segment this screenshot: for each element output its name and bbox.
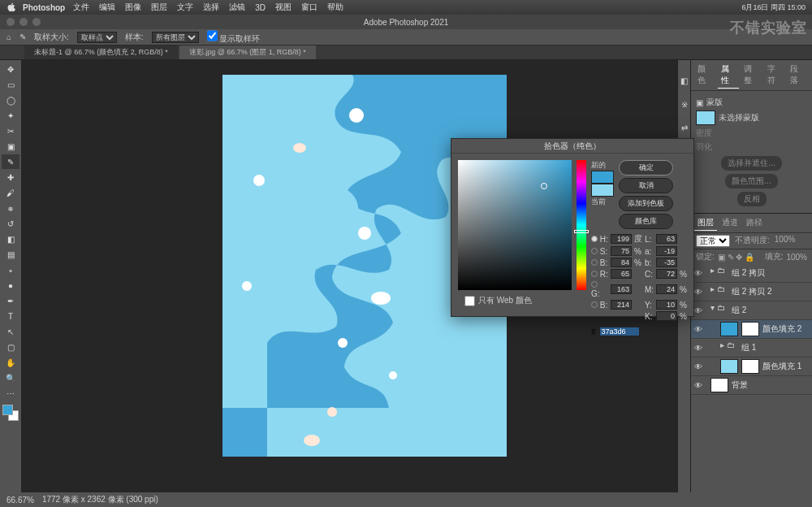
- h-input[interactable]: [611, 234, 632, 244]
- bb-input[interactable]: [611, 300, 632, 310]
- hex-input[interactable]: [599, 327, 640, 336]
- marquee-tool[interactable]: ▭: [2, 77, 19, 92]
- menu-file[interactable]: 文件: [73, 2, 89, 13]
- hue-slider[interactable]: [577, 160, 586, 290]
- wand-tool[interactable]: ✦: [2, 108, 19, 123]
- color-picker-dialog[interactable]: 拾色器（纯色） 只有 Web 颜色 新的 当前 确定 取消 添加到色板 颜色库: [451, 138, 694, 317]
- doc-tab-2[interactable]: 迷彩.jpg @ 66.7% (图层 1, RGB/8) *: [179, 46, 316, 59]
- invert-button[interactable]: 反相: [737, 192, 767, 206]
- stamp-tool[interactable]: ⎈: [2, 201, 19, 215]
- c-input[interactable]: [656, 269, 677, 279]
- tab-properties[interactable]: 属性: [718, 62, 740, 89]
- color-range-button[interactable]: 颜色范围...: [725, 174, 777, 188]
- fg-bg-colors[interactable]: [2, 405, 19, 421]
- menu-view[interactable]: 视图: [275, 2, 292, 13]
- menu-window[interactable]: 窗口: [301, 2, 317, 13]
- sample-size-select[interactable]: 取样点: [77, 32, 117, 43]
- layer-row[interactable]: 👁▸ 🗀组 2 拷贝: [691, 264, 812, 283]
- dodge-tool[interactable]: ●: [2, 278, 19, 292]
- opacity-value[interactable]: 100%: [775, 235, 796, 247]
- menu-help[interactable]: 帮助: [327, 2, 343, 13]
- menu-edit[interactable]: 编辑: [99, 2, 115, 13]
- k-input[interactable]: [656, 311, 677, 321]
- tab-channels[interactable]: 通道: [719, 215, 741, 231]
- visibility-icon[interactable]: 👁: [694, 344, 704, 353]
- blur-tool[interactable]: ∘: [2, 262, 19, 277]
- heal-tool[interactable]: ✚: [2, 170, 19, 184]
- tab-color[interactable]: 颜色: [694, 62, 716, 89]
- home-icon[interactable]: ⌂: [6, 32, 11, 41]
- type-tool[interactable]: T: [2, 309, 19, 323]
- visibility-icon[interactable]: 👁: [694, 269, 704, 278]
- menu-image[interactable]: 图像: [125, 2, 141, 13]
- visibility-icon[interactable]: 👁: [694, 325, 704, 334]
- mask-thumb[interactable]: [696, 110, 715, 125]
- sample-select[interactable]: 所有图层: [152, 32, 199, 43]
- frame-tool[interactable]: ▣: [2, 139, 19, 154]
- layer-row[interactable]: 👁▸ 🗀组 1: [691, 339, 812, 358]
- l-input[interactable]: [656, 234, 677, 244]
- hand-tool[interactable]: ✋: [2, 355, 19, 370]
- fill-value[interactable]: 100%: [786, 253, 807, 262]
- s-input[interactable]: [611, 246, 632, 256]
- gradient-tool[interactable]: ▤: [2, 247, 19, 262]
- swatches-panel-icon[interactable]: ※: [681, 100, 688, 109]
- b2-input[interactable]: [656, 258, 677, 267]
- eyedropper-tool[interactable]: ✎: [2, 154, 19, 169]
- refine-button[interactable]: 选择并遮住...: [721, 156, 781, 171]
- show-ring-checkbox[interactable]: 显示取样环: [207, 30, 261, 45]
- opacity-label: 不透明度:: [735, 235, 770, 247]
- tab-layers[interactable]: 图层: [694, 215, 717, 231]
- a-input[interactable]: [656, 246, 677, 256]
- tab-para[interactable]: 段落: [787, 62, 809, 89]
- layer-row[interactable]: 👁背景: [691, 376, 812, 395]
- move-tool[interactable]: ✥: [2, 62, 19, 76]
- layer-row[interactable]: 👁颜色填充 2: [691, 320, 812, 339]
- window-title: Adobe Photoshop 2021: [364, 18, 449, 27]
- history-brush-tool[interactable]: ↺: [2, 216, 19, 231]
- more-tools[interactable]: ⋯: [2, 386, 19, 401]
- cancel-button[interactable]: 取消: [619, 178, 673, 193]
- adjust-panel-icon[interactable]: ⇄: [681, 124, 688, 132]
- pen-tool[interactable]: ✒: [2, 293, 19, 308]
- y-input[interactable]: [656, 300, 677, 310]
- menu-filter[interactable]: 滤镜: [229, 2, 245, 13]
- layers-list: 👁▸ 🗀组 2 拷贝👁▸ 🗀组 2 拷贝 2👁▾ 🗀组 2👁颜色填充 2👁▸ 🗀…: [691, 264, 812, 492]
- ok-button[interactable]: 确定: [619, 160, 673, 176]
- lock-icons[interactable]: ▣ ✎ ✥ 🔒: [718, 253, 754, 262]
- visibility-icon[interactable]: 👁: [694, 381, 704, 390]
- saturation-value-box[interactable]: [458, 160, 572, 290]
- menu-type[interactable]: 文字: [177, 2, 193, 13]
- tab-adjust[interactable]: 调整: [741, 62, 762, 89]
- brush-tool[interactable]: 🖌: [2, 185, 19, 200]
- path-tool[interactable]: ↖: [2, 324, 19, 339]
- layer-row[interactable]: 👁▸ 🗀组 2 拷贝 2: [691, 283, 812, 301]
- traffic-lights[interactable]: [6, 18, 41, 26]
- visibility-icon[interactable]: 👁: [694, 288, 704, 297]
- menu-3d[interactable]: 3D: [255, 3, 266, 12]
- blend-mode-select[interactable]: 正常: [696, 235, 730, 247]
- color-panel-icon[interactable]: ◧: [680, 76, 688, 85]
- eraser-tool[interactable]: ◧: [2, 232, 19, 246]
- tab-paths[interactable]: 路径: [743, 215, 766, 231]
- layer-row[interactable]: 👁▾ 🗀组 2: [691, 301, 812, 320]
- menu-layer[interactable]: 图层: [151, 2, 167, 13]
- lasso-tool[interactable]: ◯: [2, 93, 19, 107]
- visibility-icon[interactable]: 👁: [694, 306, 704, 315]
- web-only-checkbox[interactable]: 只有 Web 颜色: [464, 295, 572, 306]
- menu-select[interactable]: 选择: [203, 2, 219, 13]
- b-input[interactable]: [611, 258, 632, 267]
- m-input[interactable]: [656, 284, 677, 294]
- g-input[interactable]: [611, 284, 632, 294]
- zoom-tool[interactable]: 🔍: [2, 370, 19, 385]
- zoom-level[interactable]: 66.67%: [6, 496, 34, 505]
- layer-row[interactable]: 👁颜色填充 1: [691, 358, 812, 376]
- doc-tab-1[interactable]: 未标题-1 @ 66.7% (颜色填充 2, RGB/8) *: [24, 46, 178, 59]
- shape-tool[interactable]: ▢: [2, 340, 19, 354]
- visibility-icon[interactable]: 👁: [694, 362, 704, 371]
- tab-char[interactable]: 字符: [764, 62, 786, 89]
- crop-tool[interactable]: ✂: [2, 124, 19, 138]
- r-input[interactable]: [611, 269, 632, 279]
- add-swatch-button[interactable]: 添加到色板: [619, 196, 673, 211]
- libraries-button[interactable]: 颜色库: [619, 214, 673, 229]
